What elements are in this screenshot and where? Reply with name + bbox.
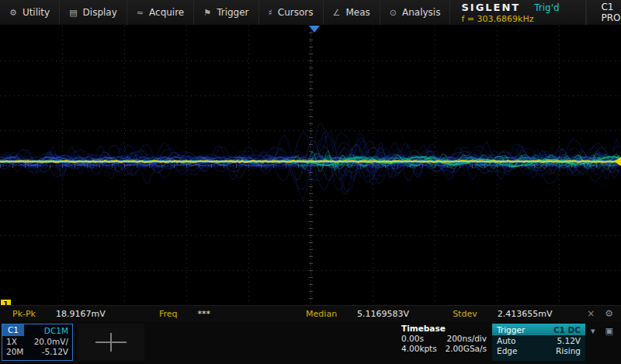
menu-meas[interactable]: ∠ Meas: [324, 0, 380, 25]
probe-button[interactable]: C1 PROBE: [586, 0, 621, 25]
menu-cursors-label: Cursors: [278, 7, 314, 18]
probe-label: C1 PROBE: [601, 2, 621, 23]
menu-display[interactable]: ▤ Display: [60, 0, 127, 25]
trigger-mode: Auto: [497, 336, 515, 345]
channel-bandwidth: 20M: [6, 347, 23, 356]
frequency-counter: f = 303.6869kHz: [461, 14, 576, 24]
timebase-descriptor-box[interactable]: Timebase 0.00s 200ns/div 4.00kpts 2.00GS…: [397, 324, 491, 361]
trigger-flag-icon: ⚑: [203, 8, 211, 18]
menu-analysis[interactable]: ⊙ Analysis: [380, 0, 451, 25]
trigger-source: C1 DC: [553, 325, 581, 335]
analysis-icon: ⊙: [390, 8, 397, 18]
bottom-status-bar: C1 DC1M 1X 20.0mV/ 20M -5.12V Timebase 0…: [0, 321, 621, 364]
top-menu-bar: ⚙ Utility ▤ Display ≈ Acquire ⚑ Trigger …: [0, 0, 621, 26]
add-channel-box[interactable]: [78, 324, 144, 361]
measurement-bar: Pk-Pk 18.9167mV Freq *** Median 5.116958…: [0, 305, 621, 321]
menu-trigger-label: Trigger: [217, 7, 248, 18]
cursors-icon: ♯: [269, 8, 272, 18]
menu-trigger[interactable]: ⚑ Trigger: [194, 0, 258, 25]
measurement-label: Stdev: [453, 309, 477, 319]
menu-utility[interactable]: ⚙ Utility: [0, 0, 60, 25]
channel-offset: -5.12V: [42, 347, 68, 356]
utility-icon: ⚙: [9, 8, 17, 18]
display-icon: ▤: [69, 8, 77, 18]
siglent-logo: SIGLENT: [461, 2, 520, 13]
brand-block: SIGLENT Trig'd f = 303.6869kHz: [452, 0, 586, 25]
menu-meas-label: Meas: [345, 7, 369, 18]
timebase-title: Timebase: [397, 324, 491, 333]
trigger-status-badge: Trig'd: [534, 2, 559, 13]
menu-acquire[interactable]: ≈ Acquire: [127, 0, 194, 25]
timebase-memory: 4.00kpts: [401, 344, 437, 353]
trigger-descriptor-box[interactable]: Trigger C1 DC Auto 5.12V Edge Rising: [492, 324, 585, 361]
channel-coupling: DC1M: [44, 326, 72, 335]
measurement-value: 5.1169583V: [357, 309, 409, 319]
trigger-slope: Rising: [556, 346, 581, 355]
measure-settings-icon[interactable]: ⚙: [605, 308, 613, 319]
measurement-label: Pk-Pk: [12, 309, 36, 319]
measurement-value: 2.413655mV: [498, 309, 553, 319]
trigger-position-indicator[interactable]: [309, 26, 320, 33]
menu-utility-label: Utility: [23, 7, 50, 18]
channel1-descriptor-box[interactable]: C1 DC1M 1X 20.0mV/ 20M -5.12V: [2, 324, 73, 361]
measurement-label: Freq: [159, 309, 178, 319]
trigger-type: Edge: [497, 346, 517, 355]
measurement-freq: Freq ***: [147, 309, 293, 319]
trigger-level: 5.12V: [557, 336, 581, 345]
meas-icon: ∠: [333, 8, 341, 18]
measurement-stdev: Stdev 2.413655mV: [440, 309, 587, 319]
measurement-value: 18.9167mV: [56, 309, 106, 319]
menu-display-label: Display: [83, 7, 117, 18]
waveform-display-area[interactable]: [0, 26, 621, 305]
menu-cursors[interactable]: ♯ Cursors: [259, 0, 324, 25]
close-measure-icon[interactable]: ×: [587, 308, 595, 319]
channel-vdiv: 20.0mV/: [34, 337, 68, 346]
acquire-icon: ≈: [137, 8, 144, 18]
channel-name: C1: [2, 324, 24, 336]
timebase-samplerate: 2.00GSa/s: [445, 344, 487, 353]
channel-attenuation: 1X: [6, 337, 17, 346]
menu-acquire-label: Acquire: [149, 7, 184, 18]
trigger-level-indicator[interactable]: [614, 157, 621, 166]
collapse-icon[interactable]: ▾: [591, 326, 595, 336]
timebase-delay: 0.00s: [401, 334, 424, 343]
trigger-title: Trigger: [497, 325, 525, 335]
timebase-tdiv: 200ns/div: [446, 334, 487, 343]
measurement-label: Median: [306, 309, 337, 319]
lan-display-icon[interactable]: ▣: [605, 326, 613, 336]
measurement-pkpk: Pk-Pk 18.9167mV: [0, 309, 147, 319]
waveform-canvas[interactable]: [0, 26, 621, 305]
measurement-median: Median 5.1169583V: [293, 309, 440, 319]
measurement-value: ***: [198, 309, 211, 319]
menu-analysis-label: Analysis: [402, 7, 440, 18]
crosshair-icon: [110, 333, 112, 352]
